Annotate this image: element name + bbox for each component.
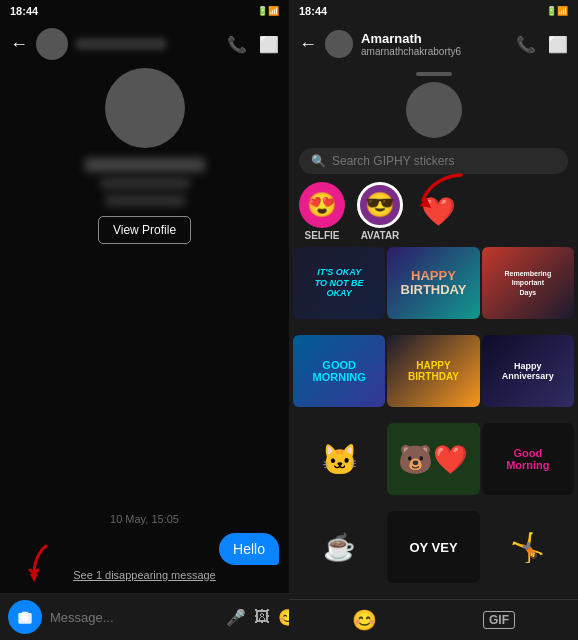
- right-panel: 18:44 🔋📶 ← Amarnath amarnathchakraborty6…: [289, 0, 578, 640]
- right-bottom-bar: 😊 GIF: [289, 599, 578, 640]
- heart-cat-icon: ❤️: [415, 189, 461, 235]
- left-name-section: [85, 158, 205, 206]
- sticker-4[interactable]: GOODMORNING: [293, 335, 385, 407]
- left-disappearing-msg: See 1 disappearing message: [10, 565, 279, 587]
- right-top-bar-icons: 📞 ⬜: [516, 35, 568, 54]
- sticker-7[interactable]: 🐱: [293, 423, 385, 495]
- right-big-avatar: [406, 82, 462, 138]
- left-message-input[interactable]: [50, 610, 218, 625]
- right-call-icon[interactable]: 📞: [516, 35, 536, 54]
- right-signal-icons: 🔋📶: [546, 6, 568, 16]
- sticker-8[interactable]: 🐻❤️: [387, 423, 479, 495]
- selfie-cat-icon: 😍: [299, 182, 345, 228]
- left-date-stamp: 10 May, 15:05: [10, 509, 279, 529]
- sticker-12[interactable]: 🤸: [482, 511, 574, 583]
- right-contact-name: Amarnath: [361, 31, 508, 46]
- sticker-9[interactable]: GoodMorning: [482, 423, 574, 495]
- left-mic-icon[interactable]: 🎤: [226, 608, 246, 627]
- left-status-icons: 🔋📶: [257, 6, 279, 16]
- left-hello-bubble: Hello: [219, 533, 279, 565]
- left-status-bar: 18:44 🔋📶: [0, 0, 289, 22]
- giphy-search-bar[interactable]: 🔍: [299, 148, 568, 174]
- left-camera-button[interactable]: [8, 600, 42, 634]
- right-status-bar: 18:44 🔋📶: [289, 0, 578, 22]
- left-big-avatar: [105, 68, 185, 148]
- right-top-bar: ← Amarnath amarnathchakraborty6 📞 ⬜: [289, 22, 578, 66]
- sticker-6[interactable]: HappyAnniversary: [482, 335, 574, 407]
- right-contact-username: amarnathchakraborty6: [361, 46, 508, 57]
- right-contact-info: Amarnath amarnathchakraborty6: [361, 31, 508, 57]
- left-input-bar: 🎤 🖼 😊: [0, 593, 289, 640]
- left-chat-area: 10 May, 15:05 Hello See 1 disappearing m…: [0, 327, 289, 594]
- sticker-grid: IT'S OKAYTO NOT BEOKAY HAPPYBIRTHDAY Rem…: [289, 245, 578, 599]
- left-center-content: View Profile: [0, 26, 289, 287]
- left-sticker-icon[interactable]: 😊: [278, 608, 289, 627]
- selfie-cat-label: SELFIE: [304, 230, 339, 241]
- sticker-11[interactable]: OY VEY: [387, 511, 479, 583]
- sticker-3[interactable]: RememberingImportantDays: [482, 247, 574, 319]
- left-signal-icons: 🔋📶: [257, 6, 279, 16]
- left-name-blur-3: [105, 195, 185, 206]
- left-name-blur-2: [100, 178, 190, 189]
- avatar-cat-label: AVATAR: [361, 230, 400, 241]
- sticker-1[interactable]: IT'S OKAYTO NOT BEOKAY: [293, 247, 385, 319]
- right-sticker-tab[interactable]: 😊: [352, 608, 377, 632]
- giphy-search-icon: 🔍: [311, 154, 326, 168]
- view-profile-button[interactable]: View Profile: [98, 216, 191, 244]
- sticker-5[interactable]: HAPPYBIRTHDAY: [387, 335, 479, 407]
- left-photo-icon[interactable]: 🖼: [254, 608, 270, 626]
- right-gif-tab[interactable]: GIF: [483, 611, 515, 629]
- sticker-cat-heart[interactable]: ❤️: [415, 189, 461, 235]
- giphy-search-input[interactable]: [332, 154, 556, 168]
- right-video-icon[interactable]: ⬜: [548, 35, 568, 54]
- right-profile-area: [289, 66, 578, 142]
- right-status-icons: 🔋📶: [546, 6, 568, 16]
- camera-icon: [17, 610, 33, 624]
- avatar-cat-icon: 😎: [357, 182, 403, 228]
- right-contact-avatar: [325, 30, 353, 58]
- left-panel: 18:44 🔋📶 ← 📞 ⬜ View Profile 10 May, 15:0…: [0, 0, 289, 640]
- sticker-categories: 😍 SELFIE 😎 AVATAR ❤️: [289, 178, 578, 245]
- left-status-time: 18:44: [10, 5, 38, 17]
- right-status-time: 18:44: [299, 5, 327, 17]
- sticker-2[interactable]: HAPPYBIRTHDAY: [387, 247, 479, 319]
- sticker-cat-selfie[interactable]: 😍 SELFIE: [299, 182, 345, 241]
- left-name-blur-1: [85, 158, 205, 172]
- sticker-cat-avatar[interactable]: 😎 AVATAR: [357, 182, 403, 241]
- right-back-button[interactable]: ←: [299, 34, 317, 55]
- sticker-10[interactable]: ☕: [293, 511, 385, 583]
- right-drag-handle: [416, 72, 452, 76]
